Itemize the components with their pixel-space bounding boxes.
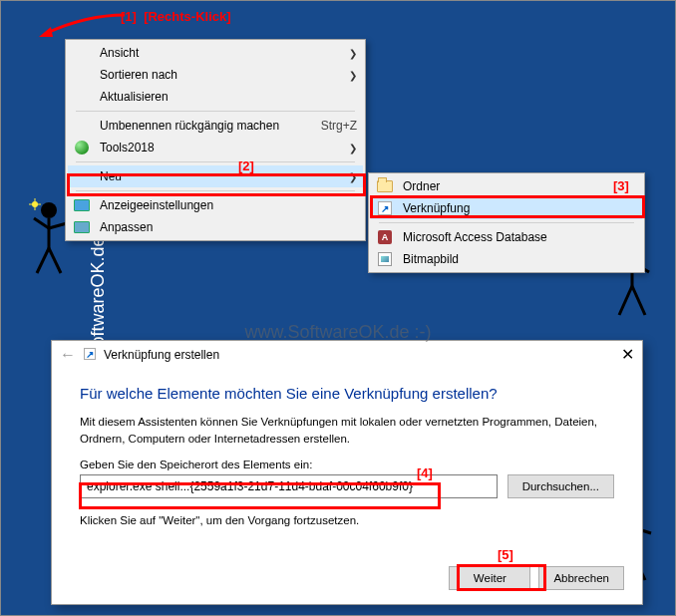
menu-neu[interactable]: Neu ❯ bbox=[68, 165, 363, 187]
browse-button[interactable]: Durchsuchen... bbox=[507, 474, 614, 498]
submenu-verknupfung[interactable]: Verknüpfung bbox=[371, 197, 642, 219]
menu-tools[interactable]: Tools2018 ❯ bbox=[68, 137, 363, 158]
menu-label: Aktualisieren bbox=[100, 90, 357, 104]
menu-label: Verknüpfung bbox=[403, 201, 636, 215]
annotation-4: [4] bbox=[417, 465, 433, 480]
annotation-arrow bbox=[37, 11, 127, 39]
menu-anpassen[interactable]: Anpassen bbox=[68, 216, 363, 238]
svg-point-0 bbox=[41, 202, 57, 218]
access-icon: A bbox=[377, 229, 393, 245]
menu-label: Bitmapbild bbox=[403, 252, 636, 266]
menu-label: Sortieren nach bbox=[100, 68, 349, 82]
svg-line-4 bbox=[37, 248, 49, 273]
menu-separator bbox=[76, 111, 355, 112]
input-label: Geben Sie den Speicherort des Elements e… bbox=[80, 459, 614, 470]
submenu-bitmap[interactable]: Bitmapbild bbox=[371, 248, 642, 270]
svg-line-2 bbox=[34, 218, 49, 228]
menu-label: Umbenennen rückgängig machen bbox=[100, 119, 301, 133]
annotation-2: [2] bbox=[238, 158, 254, 173]
chevron-right-icon: ❯ bbox=[349, 171, 357, 182]
svg-line-13 bbox=[619, 286, 632, 315]
watermark-center: www.SoftwareOK.de :-) bbox=[244, 322, 431, 343]
dialog-heading: Für welche Elemente möchten Sie eine Ver… bbox=[80, 385, 614, 402]
dialog-title: Verknüpfung erstellen bbox=[104, 348, 219, 362]
close-icon[interactable]: ✕ bbox=[621, 345, 634, 364]
dialog-description: Mit diesem Assistenten können Sie Verknü… bbox=[80, 414, 614, 447]
shortcut-icon bbox=[377, 200, 393, 216]
menu-shortcut: Strg+Z bbox=[321, 119, 357, 133]
cancel-button[interactable]: Abbrechen bbox=[538, 566, 624, 590]
chevron-right-icon: ❯ bbox=[349, 143, 357, 154]
menu-sortieren[interactable]: Sortieren nach ❯ bbox=[68, 64, 363, 86]
personalize-icon bbox=[74, 219, 90, 235]
menu-ansicht[interactable]: Ansicht ❯ bbox=[68, 42, 363, 64]
svg-marker-21 bbox=[39, 27, 53, 37]
next-button[interactable]: Weiter bbox=[449, 566, 530, 590]
dialog-titlebar: ← Verknüpfung erstellen ✕ bbox=[52, 341, 642, 369]
location-input[interactable] bbox=[80, 474, 498, 498]
dialog-body: Für welche Elemente möchten Sie eine Ver… bbox=[52, 369, 642, 553]
menu-separator bbox=[76, 190, 355, 191]
menu-separator bbox=[76, 161, 355, 162]
svg-line-14 bbox=[632, 286, 645, 315]
chevron-right-icon: ❯ bbox=[349, 48, 357, 59]
tools-icon bbox=[74, 140, 90, 155]
menu-label: Ansicht bbox=[100, 46, 349, 60]
menu-aktualisieren[interactable]: Aktualisieren bbox=[68, 86, 363, 108]
submenu-access[interactable]: A Microsoft Access Database bbox=[371, 226, 642, 248]
neu-submenu: Ordner Verknüpfung A Microsoft Access Da… bbox=[368, 172, 645, 273]
bitmap-icon bbox=[377, 251, 393, 267]
menu-label: Tools2018 bbox=[100, 141, 349, 154]
chevron-right-icon: ❯ bbox=[349, 70, 357, 81]
menu-label: Neu bbox=[100, 169, 349, 183]
desktop-context-menu: Ansicht ❯ Sortieren nach ❯ Aktualisieren… bbox=[65, 39, 366, 241]
annotation-1: [1] [Rechts-Klick] bbox=[121, 9, 231, 24]
menu-label: Microsoft Access Database bbox=[403, 230, 636, 244]
folder-icon bbox=[377, 178, 393, 194]
display-icon bbox=[74, 197, 90, 213]
shortcut-icon bbox=[84, 348, 98, 362]
back-icon[interactable]: ← bbox=[60, 346, 76, 364]
menu-umbenennen[interactable]: Umbenennen rückgängig machen Strg+Z bbox=[68, 115, 363, 137]
menu-label: Ordner bbox=[403, 179, 636, 193]
dialog-footer: Weiter Abbrechen bbox=[449, 566, 624, 590]
menu-anzeige[interactable]: Anzeigeeinstellungen bbox=[68, 194, 363, 216]
annotation-3: [3] bbox=[613, 178, 629, 193]
dialog-hint: Klicken Sie auf "Weiter", um den Vorgang… bbox=[80, 512, 614, 529]
menu-label: Anpassen bbox=[100, 220, 357, 234]
submenu-ordner[interactable]: Ordner bbox=[371, 175, 642, 197]
svg-line-5 bbox=[49, 248, 61, 273]
create-shortcut-dialog: ← Verknüpfung erstellen ✕ Für welche Ele… bbox=[51, 340, 643, 605]
menu-label: Anzeigeeinstellungen bbox=[100, 198, 357, 212]
desktop-background[interactable]: www.SoftwareOK.de :-) www.SoftwareOK.de … bbox=[1, 1, 675, 615]
menu-separator bbox=[379, 222, 634, 223]
annotation-5: [5] bbox=[498, 547, 513, 562]
